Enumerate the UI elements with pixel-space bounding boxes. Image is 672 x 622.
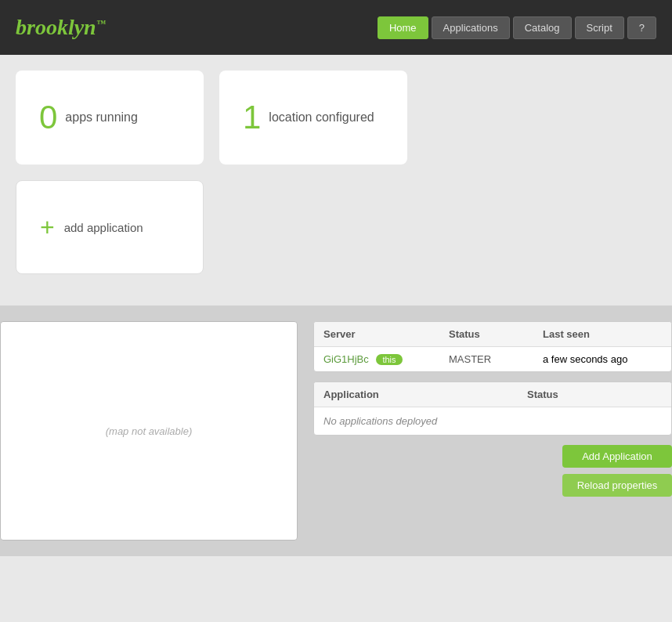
server-table-header: Server Status Last seen — [314, 322, 671, 347]
app-table: Application Status No applications deplo… — [313, 382, 672, 436]
apps-running-card: 0 apps running — [16, 71, 204, 165]
nav-applications[interactable]: Applications — [432, 16, 510, 39]
server-row: GiG1HjBc this MASTER a few seconds ago — [314, 347, 671, 371]
add-label: add application — [64, 221, 143, 234]
nav-script[interactable]: Script — [575, 16, 624, 39]
right-panel: Server Status Last seen GiG1HjBc this MA… — [313, 321, 672, 541]
apps-label: apps running — [65, 110, 138, 125]
nav: Home Applications Catalog Script ? — [378, 16, 656, 39]
bottom-section: (map not available) Server Status Last s… — [0, 306, 672, 556]
server-status: MASTER — [439, 347, 533, 371]
no-apps-row: No applications deployed — [314, 407, 671, 435]
no-apps-text: No applications deployed — [314, 407, 446, 435]
server-id[interactable]: GiG1HjBc — [323, 353, 369, 365]
nav-catalog[interactable]: Catalog — [513, 16, 572, 39]
this-badge: this — [376, 354, 402, 365]
nav-help[interactable]: ? — [627, 16, 656, 39]
add-application-button[interactable]: Add Application — [562, 445, 672, 468]
action-buttons: Add Application Reload properties — [313, 445, 672, 497]
add-icon: + — [40, 215, 55, 240]
header: brooklyn™ Home Applications Catalog Scri… — [0, 0, 672, 55]
app-col-header: Application — [314, 382, 518, 407]
status-col-header: Status — [439, 322, 533, 346]
add-card-row: + add application — [16, 180, 656, 274]
reload-properties-button[interactable]: Reload properties — [562, 474, 672, 497]
location-count: 1 — [243, 99, 261, 136]
cards-row: 0 apps running 1 location configured — [16, 71, 656, 165]
server-table: Server Status Last seen GiG1HjBc this MA… — [313, 321, 672, 372]
location-configured-card: 1 location configured — [219, 71, 407, 165]
app-table-header: Application Status — [314, 382, 671, 407]
apps-count: 0 — [39, 99, 57, 136]
map-unavailable-text: (map not available) — [106, 425, 193, 437]
nav-home[interactable]: Home — [378, 16, 428, 39]
app-status-col-header: Status — [518, 382, 671, 407]
add-application-card[interactable]: + add application — [16, 180, 204, 274]
main-content: 0 apps running 1 location configured + a… — [0, 55, 672, 306]
map-panel: (map not available) — [0, 321, 298, 541]
server-col-header: Server — [314, 322, 439, 346]
server-lastseen: a few seconds ago — [533, 347, 671, 371]
lastseen-col-header: Last seen — [533, 322, 671, 346]
logo: brooklyn™ — [16, 15, 106, 40]
location-label: location configured — [269, 110, 374, 125]
